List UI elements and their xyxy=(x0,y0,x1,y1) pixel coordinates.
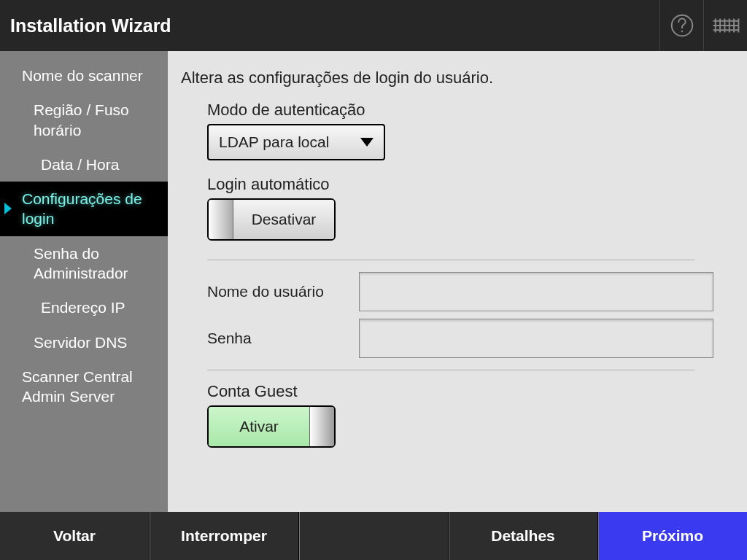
bottom-bar: Voltar Interromper Detalhes Próximo xyxy=(0,512,747,560)
toggle-knob xyxy=(309,407,334,446)
sidebar-item-ip-address[interactable]: Endereço IP xyxy=(0,290,168,324)
auth-mode-label: Modo de autenticação xyxy=(207,101,721,120)
back-button[interactable]: Voltar xyxy=(0,512,149,560)
bottom-spacer xyxy=(298,512,448,560)
auth-mode-group: Modo de autenticação LDAP para local xyxy=(207,101,721,160)
username-input[interactable] xyxy=(359,272,713,311)
auto-login-toggle[interactable]: Desativar xyxy=(207,198,336,241)
keyboard-icon[interactable] xyxy=(703,0,747,51)
auth-mode-value: LDAP para local xyxy=(219,133,329,151)
sidebar-item-central-admin[interactable]: Scanner Central Admin Server xyxy=(0,359,168,414)
header: Installation Wizard xyxy=(0,0,747,51)
help-icon[interactable] xyxy=(659,0,703,51)
auto-login-label: Login automático xyxy=(207,175,721,194)
sidebar-item-date-time[interactable]: Data / Hora xyxy=(0,147,168,182)
app-title: Installation Wizard xyxy=(10,15,171,36)
username-row: Nome do usuário xyxy=(207,272,713,311)
sidebar-item-scanner-name[interactable]: Nome do scanner xyxy=(0,58,168,93)
header-icons xyxy=(659,0,747,51)
auto-login-group: Login automático Desativar xyxy=(207,175,721,241)
guest-account-label: Conta Guest xyxy=(207,382,721,401)
svg-point-1 xyxy=(681,31,683,33)
password-input[interactable] xyxy=(359,319,713,358)
password-label: Senha xyxy=(207,330,359,347)
toggle-knob xyxy=(209,200,233,239)
auto-login-state: Desativar xyxy=(233,200,334,239)
next-button[interactable]: Próximo xyxy=(597,512,747,560)
credentials-form: Nome do usuário Senha xyxy=(207,272,713,365)
guest-account-toggle[interactable]: Ativar xyxy=(207,405,336,448)
details-button[interactable]: Detalhes xyxy=(448,512,597,560)
username-label: Nome do usuário xyxy=(207,283,359,300)
guest-account-state: Ativar xyxy=(209,407,309,446)
guest-account-group: Conta Guest Ativar xyxy=(207,382,721,448)
sidebar-item-dns-server[interactable]: Servidor DNS xyxy=(0,325,168,359)
divider xyxy=(207,260,694,260)
chevron-down-icon xyxy=(360,138,374,147)
sidebar: Nome do scanner Região / Fuso horário Da… xyxy=(0,51,168,512)
divider xyxy=(207,370,694,370)
auth-mode-dropdown[interactable]: LDAP para local xyxy=(207,124,385,160)
page-description: Altera as configurações de login do usuá… xyxy=(181,69,721,88)
sidebar-item-admin-password[interactable]: Senha do Administrador xyxy=(0,236,168,291)
sidebar-item-region-timezone[interactable]: Região / Fuso horário xyxy=(0,93,168,147)
content-area: Nome do scanner Região / Fuso horário Da… xyxy=(0,51,747,512)
interrupt-button[interactable]: Interromper xyxy=(149,512,298,560)
sidebar-item-login-settings[interactable]: Configurações de login xyxy=(0,182,168,236)
main-panel: Altera as configurações de login do usuá… xyxy=(168,51,747,512)
password-row: Senha xyxy=(207,319,713,358)
